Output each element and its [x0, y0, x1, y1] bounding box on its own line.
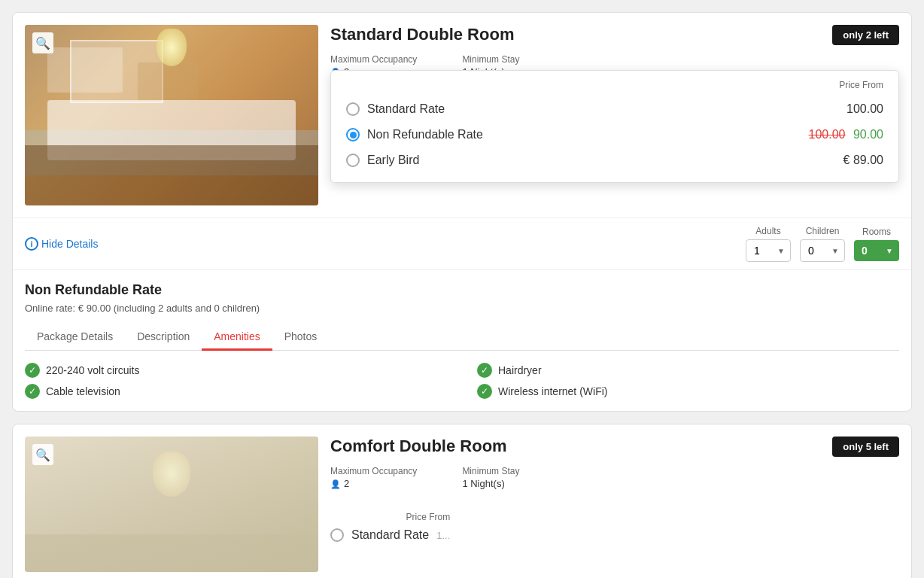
room-2-min-stay-value: 1 Night(s) — [462, 478, 519, 489]
amenity-item-3: ✓ Hairdryer — [477, 363, 899, 378]
rate-option-early-bird[interactable]: Early Bird € 89.00 — [343, 148, 886, 173]
amenity-text-3: Hairdryer — [498, 364, 542, 376]
radio-standard-rate-2[interactable] — [330, 528, 344, 542]
children-label: Children — [806, 226, 840, 236]
room-2-header: Comfort Double Room only 5 left — [330, 437, 899, 457]
room-2-min-stay-label: Minimum Stay — [462, 466, 519, 476]
amenity-item-2: ✓ Cable television — [25, 384, 447, 399]
rate-discounted-price: 90.00 — [853, 128, 883, 141]
amenities-grid: ✓ 220-240 volt circuits ✓ Hairdryer ✓ Ca… — [25, 363, 899, 399]
price-from-value: 1... — [436, 530, 450, 541]
tabs-row: Package Details Description Amenities Ph… — [25, 324, 899, 351]
room-2-image-wrap: 🔍 — [25, 437, 318, 572]
detail-rate-price: Online rate: € 90.00 (including 2 adults… — [25, 303, 899, 314]
min-stay-label: Minimum Stay — [462, 54, 519, 65]
rate-dropdown-header: Price From — [343, 80, 886, 90]
children-select[interactable]: 0 1 2 — [800, 239, 845, 262]
rooms-control-group: Rooms 0 1 2 — [854, 227, 899, 261]
amenity-text-4: Wireless internet (WiFi) — [498, 385, 607, 397]
rate-price-early-bird: € 89.00 — [843, 154, 883, 167]
children-select-wrapper: 0 1 2 — [800, 239, 845, 262]
room-card-comfort-double: 🔍 Comfort Double Room only 5 left Maximu… — [12, 424, 912, 578]
rate-original-price: 100.00 — [809, 128, 846, 141]
room-title: Standard Double Room — [330, 25, 514, 44]
room-2-image — [25, 437, 318, 572]
adults-select-wrapper: 1 2 3 — [746, 239, 791, 262]
room-card-2-top: 🔍 Comfort Double Room only 5 left Maximu… — [13, 424, 911, 578]
rate-name-standard-2: Standard Rate — [351, 528, 429, 542]
info-icon: i — [25, 237, 38, 251]
adults-select[interactable]: 1 2 3 — [746, 239, 791, 262]
rate-option-standard[interactable]: Standard Rate 100.00 — [343, 96, 886, 122]
radio-standard[interactable] — [346, 102, 360, 116]
room-2-availability-badge: only 5 left — [832, 437, 899, 457]
amenity-item-1: ✓ 220-240 volt circuits — [25, 363, 447, 378]
detail-rate-title: Non Refundable Rate — [25, 282, 899, 298]
rate-name-non-refundable: Non Refundable Rate — [367, 128, 483, 141]
availability-badge: only 2 left — [832, 25, 899, 45]
room-info: Standard Double Room only 2 left Maximum… — [330, 25, 899, 90]
rooms-select[interactable]: 0 1 2 — [854, 240, 899, 261]
rate-name-standard: Standard Rate — [367, 102, 445, 116]
room-card-top: 🔍 Standard Double Room only 2 left Maxim… — [13, 13, 911, 218]
hide-details-label: Hide Details — [41, 238, 98, 250]
rate-name-early-bird: Early Bird — [367, 154, 419, 167]
tab-photos[interactable]: Photos — [272, 324, 330, 351]
rate-price-standard: 100.00 — [846, 102, 883, 116]
adults-control-group: Adults 1 2 3 — [746, 226, 791, 262]
room-details: Non Refundable Rate Online rate: € 90.00… — [13, 269, 911, 411]
room-header: Standard Double Room only 2 left — [330, 25, 899, 45]
room-image — [25, 25, 318, 205]
room-image-visual — [25, 25, 318, 205]
tab-amenities[interactable]: Amenities — [202, 324, 272, 351]
partial-rate-row: Price From Standard Rate 1... — [330, 512, 899, 542]
room-2-occupancy-value: 2 — [330, 478, 417, 489]
room-2-occupancy-label: Maximum Occupancy — [330, 466, 417, 476]
rate-dropdown: Price From Standard Rate 100.00 Non — [330, 70, 899, 183]
room-2-min-stay-meta: Minimum Stay 1 Night(s) — [462, 466, 519, 489]
rate-price-non-refundable: 100.00 90.00 — [809, 128, 883, 141]
radio-non-refundable[interactable] — [346, 128, 360, 141]
rooms-select-wrapper: 0 1 2 — [854, 240, 899, 261]
room-image-wrap: 🔍 — [25, 25, 318, 205]
room-2-meta: Maximum Occupancy 2 Minimum Stay 1 Night… — [330, 466, 899, 489]
hide-details-button[interactable]: i Hide Details — [25, 237, 737, 251]
children-control-group: Children 0 1 2 — [800, 226, 845, 262]
radio-early-bird[interactable] — [346, 154, 360, 167]
check-icon-2: ✓ — [25, 384, 40, 399]
room-2-occupancy-meta: Maximum Occupancy 2 — [330, 466, 417, 489]
check-icon-3: ✓ — [477, 363, 492, 378]
check-icon-1: ✓ — [25, 363, 40, 378]
rate-option-non-refundable[interactable]: Non Refundable Rate 100.00 90.00 — [343, 122, 886, 148]
adults-label: Adults — [755, 226, 780, 236]
tab-description[interactable]: Description — [125, 324, 202, 351]
occupancy-label: Maximum Occupancy — [330, 54, 417, 65]
amenity-item-4: ✓ Wireless internet (WiFi) — [477, 384, 899, 399]
check-icon-4: ✓ — [477, 384, 492, 399]
tab-package-details[interactable]: Package Details — [25, 324, 125, 351]
rooms-label: Rooms — [862, 227, 891, 237]
room-2-info: Comfort Double Room only 5 left Maximum … — [330, 437, 899, 542]
magnifier-icon[interactable]: 🔍 — [32, 32, 53, 53]
room-card-standard-double: 🔍 Standard Double Room only 2 left Maxim… — [12, 12, 912, 412]
room-2-magnifier-icon[interactable]: 🔍 — [32, 444, 53, 465]
amenity-text-1: 220-240 volt circuits — [46, 364, 140, 376]
room-controls: i Hide Details Adults 1 2 3 Children 0 1… — [13, 218, 911, 269]
room-2-title: Comfort Double Room — [330, 437, 507, 456]
room-2-person-icon — [330, 478, 341, 489]
early-bird-prefix: € — [843, 154, 853, 166]
price-from-label: Price From — [330, 512, 450, 522]
amenity-text-2: Cable television — [46, 385, 120, 397]
